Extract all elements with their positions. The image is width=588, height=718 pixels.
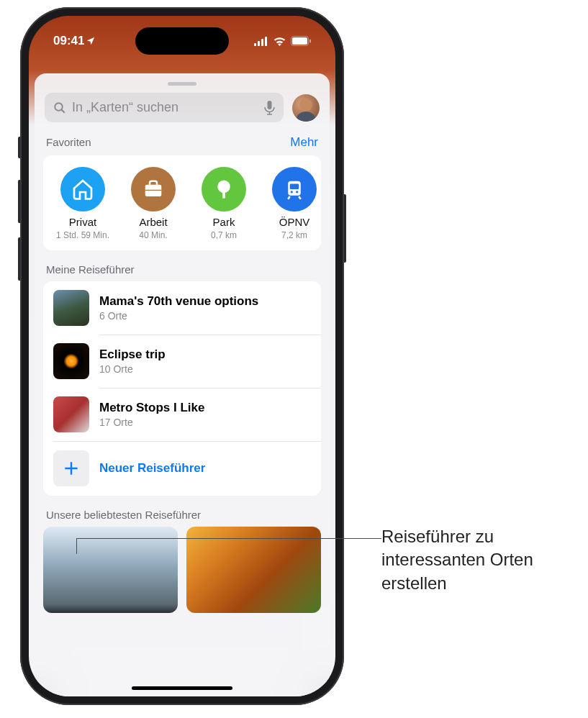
favorites-title: Favoriten xyxy=(46,136,91,148)
svg-rect-5 xyxy=(292,37,307,45)
guide-item[interactable]: Metro Stops I Like 17 Orte xyxy=(43,388,321,441)
favorites-header: Favoriten Mehr xyxy=(35,122,330,155)
favorite-label: Arbeit xyxy=(139,216,167,228)
guide-title: Mama's 70th venue options xyxy=(99,294,311,309)
location-icon xyxy=(86,36,96,46)
transit-icon xyxy=(272,167,317,212)
svg-line-8 xyxy=(61,109,65,113)
callout-leader-line xyxy=(76,538,381,539)
screen: 09:41 xyxy=(29,16,335,696)
svg-rect-2 xyxy=(261,39,263,46)
favorite-home[interactable]: Privat 1 Std. 59 Min. xyxy=(48,167,118,240)
popular-guides-row[interactable] xyxy=(35,527,330,613)
svg-line-21 xyxy=(299,196,301,199)
battery-icon xyxy=(291,36,311,46)
favorites-row[interactable]: Privat 1 Std. 59 Min. Arbeit 40 Min. xyxy=(43,167,321,240)
svg-rect-3 xyxy=(265,37,267,46)
svg-point-17 xyxy=(291,191,293,193)
favorite-transit[interactable]: ÖPNV 7,2 km xyxy=(259,167,321,240)
svg-rect-19 xyxy=(290,184,299,190)
svg-line-20 xyxy=(288,196,290,199)
svg-point-14 xyxy=(217,181,230,194)
sheet-grabber[interactable] xyxy=(168,82,196,86)
new-guide-button[interactable]: Neuer Reiseführer xyxy=(43,441,321,496)
favorite-label: ÖPNV xyxy=(279,216,310,228)
home-indicator[interactable] xyxy=(132,686,232,690)
guide-subtitle: 6 Orte xyxy=(99,310,311,322)
favorite-label: Park xyxy=(213,216,235,228)
favorite-label: Privat xyxy=(69,216,96,228)
volume-down-button xyxy=(18,237,20,281)
svg-point-18 xyxy=(296,191,298,193)
guide-title: Eclipse trip xyxy=(99,347,311,362)
dynamic-island xyxy=(135,27,229,55)
microphone-icon[interactable] xyxy=(264,101,275,115)
guides-card: Mama's 70th venue options 6 Orte Eclipse… xyxy=(43,281,321,496)
search-input[interactable]: In „Karten“ suchen xyxy=(45,93,284,122)
favorites-more-link[interactable]: Mehr xyxy=(290,135,318,150)
favorite-detail: 7,2 km xyxy=(281,230,307,240)
new-guide-label: Neuer Reiseführer xyxy=(99,461,205,476)
favorite-park[interactable]: Park 0,7 km xyxy=(189,167,259,240)
popular-guide-card[interactable] xyxy=(43,527,178,613)
favorite-work[interactable]: Arbeit 40 Min. xyxy=(118,167,189,240)
guide-item[interactable]: Mama's 70th venue options 6 Orte xyxy=(43,281,321,335)
profile-avatar[interactable] xyxy=(292,94,320,122)
power-button xyxy=(344,194,346,263)
side-button xyxy=(18,137,20,158)
guide-thumbnail xyxy=(53,396,89,432)
callout-text: Reiseführer zu interessanten Orten erste… xyxy=(381,525,569,595)
wifi-icon xyxy=(273,36,286,46)
popular-guide-card[interactable] xyxy=(186,527,321,613)
phone-frame: 09:41 xyxy=(20,7,344,705)
cellular-icon xyxy=(254,37,268,46)
search-sheet: In „Karten“ suchen Favoriten Mehr xyxy=(35,73,330,696)
favorite-detail: 1 Std. 59 Min. xyxy=(56,230,109,240)
tree-icon xyxy=(202,167,246,212)
svg-rect-1 xyxy=(258,41,260,46)
guide-subtitle: 17 Orte xyxy=(99,417,311,428)
popular-header: Unsere beliebtesten Reiseführer xyxy=(35,496,330,527)
volume-up-button xyxy=(18,180,20,223)
guide-subtitle: 10 Orte xyxy=(99,363,311,375)
favorites-card: Privat 1 Std. 59 Min. Arbeit 40 Min. xyxy=(43,155,321,250)
status-time-label: 09:41 xyxy=(53,34,84,48)
plus-icon xyxy=(53,450,89,486)
home-icon xyxy=(60,167,105,212)
guides-header: Meine Reiseführer xyxy=(35,250,330,281)
status-time: 09:41 xyxy=(53,34,96,48)
search-placeholder: In „Karten“ suchen xyxy=(72,100,178,115)
guide-thumbnail xyxy=(53,290,89,326)
search-icon xyxy=(53,101,66,114)
svg-rect-0 xyxy=(254,43,256,46)
guide-thumbnail xyxy=(53,343,89,379)
guide-title: Metro Stops I Like xyxy=(99,401,311,415)
popular-title: Unsere beliebtesten Reiseführer xyxy=(46,509,201,521)
svg-point-7 xyxy=(55,103,63,111)
guide-item[interactable]: Eclipse trip 10 Orte xyxy=(43,335,321,388)
guides-title: Meine Reiseführer xyxy=(46,263,135,276)
briefcase-icon xyxy=(131,167,176,212)
favorite-detail: 40 Min. xyxy=(139,230,167,240)
favorite-detail: 0,7 km xyxy=(211,230,237,240)
svg-rect-9 xyxy=(268,101,272,109)
svg-rect-15 xyxy=(222,191,225,199)
svg-rect-6 xyxy=(309,40,311,43)
